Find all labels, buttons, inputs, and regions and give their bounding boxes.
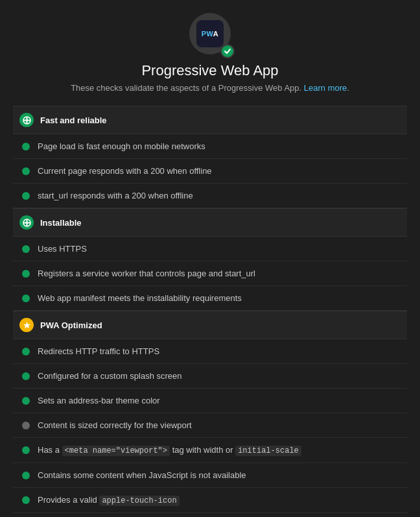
- status-dot: [22, 496, 30, 504]
- fast-reliable-title: Fast and reliable: [40, 115, 107, 125]
- item-row: Sets an address-bar theme color: [13, 389, 407, 413]
- section-header-fast-and-reliable: Fast and reliable: [13, 106, 407, 134]
- item-text: Contains some content when JavaScript is…: [38, 470, 246, 480]
- section-fast-and-reliable: Fast and reliable Page load is fast enou…: [13, 106, 407, 208]
- header: PWA Progressive Web App These checks val…: [13, 13, 407, 93]
- status-dot: [22, 372, 30, 380]
- section-header-pwa-optimized: PWA Optimized: [13, 311, 407, 339]
- check-overlay: [220, 44, 235, 58]
- item-row: Registers a service worker that controls…: [13, 261, 407, 286]
- learn-more-link[interactable]: Learn more: [304, 83, 347, 93]
- item-text: Sets an address-bar theme color: [38, 396, 160, 405]
- item-row: Uses HTTPS: [13, 237, 407, 261]
- item-row: Current page responds with a 200 when of…: [13, 159, 407, 184]
- item-text: Current page responds with a 200 when of…: [38, 166, 212, 176]
- page-title: Progressive Web App: [141, 62, 278, 79]
- status-dot: [22, 270, 30, 278]
- item-row: Content is sized correctly for the viewp…: [13, 413, 407, 438]
- pwa-optimized-title: PWA Optimized: [40, 320, 102, 330]
- status-dot: [22, 295, 30, 302]
- item-text: Web app manifest meets the installabilit…: [38, 293, 242, 303]
- item-text-apple-touch: Provides a valid apple-touch-icon: [38, 495, 180, 505]
- pwa-optimized-icon: [19, 318, 34, 332]
- star-icon: [23, 321, 31, 330]
- item-row: Has a <meta name="viewport"> tag with wi…: [13, 438, 407, 463]
- status-dot: [22, 472, 30, 479]
- section-pwa-optimized: PWA Optimized Redirects HTTP traffic to …: [13, 311, 407, 513]
- item-text: Redirects HTTP traffic to HTTPS: [38, 346, 159, 356]
- plus-icon: [23, 219, 31, 227]
- item-text: Registers a service worker that controls…: [38, 269, 255, 278]
- status-dot: [22, 397, 30, 405]
- item-row: start_url responds with a 200 when offli…: [13, 184, 407, 208]
- fast-reliable-icon: [19, 113, 34, 127]
- item-row: Redirects HTTP traffic to HTTPS: [13, 339, 407, 364]
- status-dot: [22, 422, 30, 429]
- installable-icon: [19, 215, 34, 230]
- pwa-icon-wrap: PWA: [189, 13, 231, 54]
- pwa-badge: PWA: [196, 20, 224, 47]
- pwa-text: PWA: [202, 30, 219, 38]
- status-dot: [22, 143, 30, 150]
- status-dot: [22, 245, 30, 253]
- item-text: Page load is fast enough on mobile netwo…: [38, 141, 205, 151]
- item-text-meta-viewport: Has a <meta name="viewport"> tag with wi…: [38, 445, 301, 455]
- status-dot: [22, 167, 30, 175]
- page-container: PWA Progressive Web App These checks val…: [0, 0, 420, 517]
- item-row: Web app manifest meets the installabilit…: [13, 286, 407, 311]
- checkmark-icon: [224, 47, 231, 55]
- installable-title: Installable: [40, 218, 82, 228]
- item-row: Contains some content when JavaScript is…: [13, 463, 407, 488]
- status-dot: [22, 348, 30, 355]
- svg-marker-2: [23, 322, 30, 329]
- plus-icon: [23, 116, 31, 125]
- status-dot: [22, 192, 30, 200]
- page-subtitle: These checks validate the aspects of a P…: [71, 83, 349, 93]
- item-text: start_url responds with a 200 when offli…: [38, 191, 193, 200]
- item-row: Page load is fast enough on mobile netwo…: [13, 134, 407, 159]
- status-dot: [22, 446, 30, 454]
- section-header-installable: Installable: [13, 208, 407, 237]
- item-text: Uses HTTPS: [38, 244, 87, 254]
- item-row: Provides a valid apple-touch-icon: [13, 488, 407, 513]
- item-text: Content is sized correctly for the viewp…: [38, 420, 192, 430]
- item-row: Configured for a custom splash screen: [13, 364, 407, 389]
- section-installable: Installable Uses HTTPS Registers a servi…: [13, 208, 407, 311]
- item-text: Configured for a custom splash screen: [38, 371, 182, 381]
